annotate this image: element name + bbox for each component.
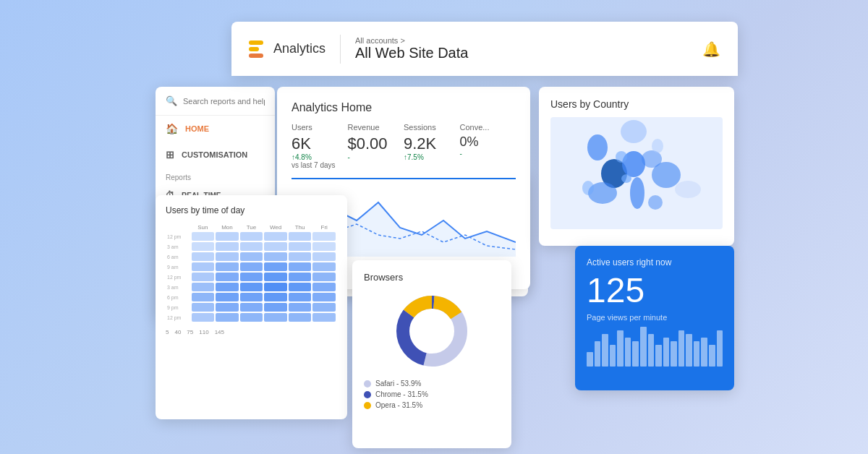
heatmap-cell bbox=[264, 313, 287, 322]
header-card: Analytics All accounts > All Web Site Da… bbox=[231, 22, 738, 76]
heatmap-footer: 5 40 75 110 145 bbox=[166, 329, 337, 335]
heatmap-cell bbox=[289, 273, 312, 281]
opera-color-dot bbox=[364, 402, 371, 409]
legend-safari: Safari - 53.9% bbox=[364, 380, 500, 387]
metric-revenue-change: - bbox=[348, 153, 396, 161]
site-info: All accounts > All Web Site Data bbox=[355, 36, 702, 61]
heatmap-cell bbox=[240, 293, 263, 301]
mini-bar bbox=[610, 345, 616, 367]
heatmap-cell bbox=[216, 313, 239, 322]
heatmap-cell bbox=[312, 262, 336, 271]
analytics-home-title: Analytics Home bbox=[292, 101, 516, 114]
heatmap-cell bbox=[240, 242, 263, 251]
safari-label: Safari - 53.9% bbox=[375, 380, 421, 387]
safari-color-dot bbox=[364, 380, 371, 387]
mini-bar bbox=[595, 341, 601, 367]
search-bar: 🔍 bbox=[156, 87, 275, 116]
site-name: All Web Site Data bbox=[355, 45, 702, 61]
metric-conversions-change: - bbox=[460, 150, 508, 158]
users-by-country-card: Users by Country bbox=[539, 87, 734, 246]
heatmap-cell bbox=[240, 303, 263, 312]
heatmap-cell bbox=[289, 262, 312, 271]
browser-legend: Safari - 53.9% Chrome - 31.5% Opera - 31… bbox=[364, 380, 500, 409]
heatmap-cell bbox=[216, 283, 239, 291]
metric-users: Users 6K ↑4.8% vs last 7 days bbox=[292, 123, 348, 169]
heatmap-cell bbox=[216, 242, 239, 251]
heatmap-cell bbox=[289, 303, 312, 312]
mini-bar bbox=[587, 352, 593, 367]
svg-point-14 bbox=[652, 139, 663, 153]
heatmap-title: Users by time of day bbox=[166, 205, 337, 215]
heatmap-cell bbox=[240, 283, 263, 291]
mini-bar bbox=[686, 334, 692, 367]
logo-area: Analytics bbox=[249, 40, 326, 58]
notification-bell-icon[interactable]: 🔔 bbox=[702, 40, 720, 58]
heatmap-day-header: Mon bbox=[216, 224, 239, 231]
heatmap-time-label: 3 am bbox=[167, 242, 190, 251]
europe-map-svg bbox=[550, 117, 723, 229]
country-card-title: Users by Country bbox=[550, 98, 723, 110]
metric-sessions-value: 9.2K bbox=[404, 134, 451, 153]
analytics-logo-icon bbox=[249, 40, 263, 58]
metric-sessions-label: Sessions bbox=[404, 123, 451, 132]
donut-svg bbox=[392, 291, 472, 371]
heatmap-cell bbox=[216, 293, 239, 301]
all-accounts-link[interactable]: All accounts > bbox=[355, 36, 702, 45]
heatmap-cell bbox=[192, 313, 215, 322]
browsers-title: Browsers bbox=[364, 272, 500, 283]
heatmap-cell bbox=[240, 313, 263, 322]
opera-label: Opera - 31.5% bbox=[375, 401, 422, 409]
heatmap-time-label: 3 am bbox=[167, 283, 190, 291]
mini-bar bbox=[678, 330, 685, 367]
metric-sessions: Sessions 9.2K ↑7.5% bbox=[404, 123, 460, 169]
heatmap-grid: SunMonTueWedThuFri12 pm3 am6 am9 am12 pm… bbox=[166, 223, 337, 323]
heatmap-cell bbox=[312, 242, 336, 251]
heatmap-cell bbox=[192, 283, 215, 291]
metric-revenue: Revenue $0.00 - bbox=[348, 123, 404, 169]
mini-bar bbox=[617, 330, 624, 367]
heatmap-cell bbox=[264, 283, 287, 291]
heatmap-cell bbox=[192, 303, 215, 312]
heatmap-cell bbox=[264, 303, 287, 312]
svg-point-15 bbox=[621, 174, 631, 183]
heatmap-cell bbox=[264, 242, 287, 251]
heatmap-cell bbox=[264, 262, 287, 271]
heatmap-cell bbox=[264, 273, 287, 281]
heatmap-time-label: 12 pm bbox=[167, 273, 190, 281]
active-users-card: Active users right now 125 Page views pe… bbox=[575, 246, 734, 390]
heatmap-cell bbox=[312, 303, 336, 312]
active-users-title: Active users right now bbox=[587, 257, 723, 267]
heatmap-cell bbox=[312, 293, 336, 301]
metric-users-change: ↑4.8% bbox=[292, 153, 339, 161]
legend-opera: Opera - 31.5% bbox=[364, 401, 500, 409]
mini-bar bbox=[640, 327, 647, 367]
metric-conversions-label: Conve... bbox=[460, 123, 508, 132]
heatmap-cell bbox=[216, 252, 239, 261]
heatmap-cell bbox=[240, 273, 263, 281]
mini-bar bbox=[648, 334, 655, 367]
mini-bar bbox=[632, 341, 639, 367]
heatmap-cell bbox=[192, 242, 215, 251]
heatmap-cell bbox=[312, 283, 336, 291]
heatmap-cell bbox=[264, 232, 287, 241]
heatmap-time-label: 12 pm bbox=[167, 313, 190, 322]
heatmap-cell bbox=[289, 252, 312, 261]
metric-users-sub: vs last 7 days bbox=[292, 161, 339, 169]
nav-customisation-label: CUSTOMISATION bbox=[182, 150, 247, 159]
heatmap-time-label: 9 pm bbox=[167, 303, 190, 312]
heatmap-cell bbox=[264, 252, 287, 261]
heatmap-cell bbox=[240, 252, 263, 261]
svg-point-9 bbox=[621, 120, 647, 143]
logo-bar-2 bbox=[249, 47, 259, 51]
heatmap-cell bbox=[289, 242, 312, 251]
heatmap-cell bbox=[240, 232, 263, 241]
nav-item-home[interactable]: 🏠 HOME bbox=[156, 116, 275, 142]
mini-bars-chart bbox=[587, 330, 723, 367]
mini-bar bbox=[663, 338, 670, 367]
search-input[interactable] bbox=[183, 97, 265, 106]
reports-section-label: Reports bbox=[156, 168, 275, 184]
home-icon: 🏠 bbox=[166, 123, 178, 134]
heatmap-cell bbox=[216, 273, 239, 281]
nav-item-customisation[interactable]: ⊞ CUSTOMISATION bbox=[156, 142, 275, 168]
svg-point-13 bbox=[675, 181, 701, 198]
